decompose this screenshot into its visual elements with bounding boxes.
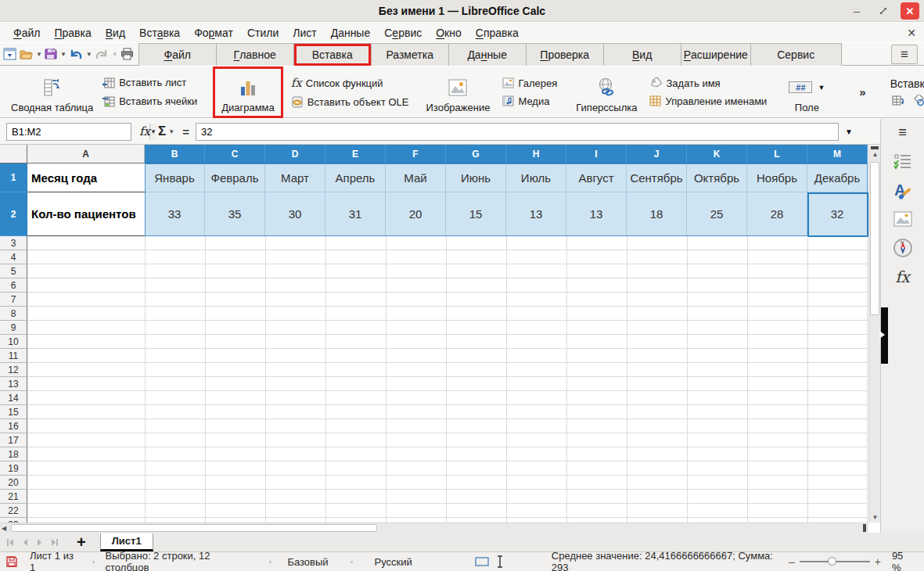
sheet-tab-sheet1[interactable]: Лист1	[100, 533, 153, 551]
formula-input[interactable]	[196, 123, 839, 141]
sidebar-navigator-icon[interactable]: N	[893, 238, 913, 258]
empty-row-11[interactable]	[27, 349, 868, 363]
vertical-scrollbar[interactable]: ▲ ▼	[868, 145, 880, 523]
cell-M1[interactable]: Декабрь	[807, 163, 868, 192]
row-header-13[interactable]: 13	[0, 377, 27, 391]
empty-row-5[interactable]	[27, 264, 868, 278]
column-header-J[interactable]: J	[627, 145, 687, 163]
menu-format[interactable]: Формат	[187, 24, 240, 41]
insert-shape-icon[interactable]	[912, 95, 924, 106]
chart-button[interactable]: Диаграмма	[217, 70, 279, 115]
cell-H2[interactable]: 13	[506, 192, 566, 236]
insert-table-icon[interactable]	[891, 95, 904, 106]
row-header-21[interactable]: 21	[0, 490, 27, 504]
row-header-9[interactable]: 9	[0, 321, 27, 335]
image-button[interactable]: Изображение	[422, 70, 495, 115]
cell-B2[interactable]: 33	[145, 192, 205, 236]
name-box-dropdown-arrow[interactable]: ▼	[149, 124, 156, 140]
sidebar-splitter-cursor[interactable]	[881, 307, 888, 364]
empty-row-15[interactable]	[27, 405, 868, 419]
field-dropdown-arrow[interactable]: ▼	[818, 84, 825, 92]
row-header-14[interactable]: 14	[0, 391, 27, 405]
menu-edit[interactable]: Правка	[47, 24, 98, 41]
cell-I2[interactable]: 13	[566, 192, 627, 236]
sidebar-properties-icon[interactable]	[893, 151, 912, 171]
row-header-11[interactable]: 11	[0, 349, 27, 363]
menu-insert[interactable]: Вставка	[132, 24, 187, 41]
tab-review[interactable]: Проверка	[526, 43, 604, 66]
cell-J2[interactable]: 18	[627, 192, 687, 236]
insert-ole-button[interactable]: Вставить объект OLE	[291, 96, 409, 108]
column-header-B[interactable]: B	[145, 145, 205, 163]
zoom-in-icon[interactable]: +	[875, 555, 881, 568]
zoom-out-icon[interactable]: –	[789, 555, 795, 568]
sidebar-settings-icon[interactable]: ≡	[898, 122, 907, 142]
menu-help[interactable]: Справка	[469, 24, 526, 41]
cell-B1[interactable]: Январь	[145, 163, 205, 192]
row-header-18[interactable]: 18	[0, 447, 27, 461]
row-header-22[interactable]: 22	[0, 504, 27, 518]
menu-sheet[interactable]: Лист	[286, 24, 323, 41]
cell-F2[interactable]: 20	[386, 192, 446, 236]
zoom-slider-thumb[interactable]	[828, 557, 836, 566]
empty-row-16[interactable]	[27, 419, 868, 433]
cell-C1[interactable]: Февраль	[205, 163, 265, 192]
empty-row-12[interactable]	[27, 363, 868, 377]
spreadsheet-grid[interactable]: ABCDEFGHIJKLM 12345678910111213141516171…	[0, 145, 868, 523]
empty-row-7[interactable]	[27, 293, 868, 307]
tab-extension[interactable]: Расширение	[681, 43, 751, 66]
empty-row-21[interactable]	[27, 490, 868, 504]
row-header-2[interactable]: 2	[0, 192, 27, 236]
empty-row-19[interactable]	[27, 461, 868, 476]
cell-I1[interactable]: Август	[566, 163, 627, 192]
empty-row-17[interactable]	[27, 433, 868, 447]
empty-row-6[interactable]	[27, 278, 868, 293]
cell-G2[interactable]: 15	[446, 192, 506, 236]
cell-C2[interactable]: 35	[205, 192, 265, 236]
vertical-split-handle[interactable]	[871, 146, 879, 149]
cells-area[interactable]: Месяц годаЯнварьФевральМартАпрельМайИюнь…	[27, 163, 868, 523]
cell-L1[interactable]: Ноябрь	[747, 163, 807, 192]
row-header-1[interactable]: 1	[0, 163, 27, 192]
tab-tools[interactable]: Сервис	[750, 43, 842, 66]
expand-formula-bar-icon[interactable]: ▼	[845, 127, 853, 136]
tab-insert[interactable]: Вставка	[293, 43, 372, 66]
media-button[interactable]: Медиа	[502, 95, 557, 107]
row-header-20[interactable]: 20	[0, 476, 27, 490]
column-header-D[interactable]: D	[265, 145, 325, 163]
close-button[interactable]: ✕	[901, 2, 919, 20]
empty-row-13[interactable]	[27, 377, 868, 391]
horizontal-split-handle[interactable]	[863, 524, 866, 532]
empty-row-3[interactable]	[27, 236, 868, 250]
menu-window[interactable]: Окно	[429, 24, 469, 41]
column-header-E[interactable]: E	[325, 145, 386, 163]
row-header-15[interactable]: 15	[0, 405, 27, 419]
cell-F1[interactable]: Май	[386, 163, 446, 192]
tab-file[interactable]: Файл	[138, 43, 217, 66]
row-header-17[interactable]: 17	[0, 433, 27, 447]
horizontal-scrollbar-thumb[interactable]	[11, 524, 377, 532]
empty-row-20[interactable]	[27, 476, 868, 490]
zoom-slider[interactable]: – +	[789, 555, 881, 568]
open-icon[interactable]	[20, 45, 33, 63]
print-icon[interactable]	[120, 45, 134, 63]
undo-dropdown-arrow[interactable]: ▼	[86, 51, 92, 58]
cell-E2[interactable]: 31	[325, 192, 386, 236]
sidebar-styles-icon[interactable]: A	[893, 180, 913, 200]
column-header-F[interactable]: F	[386, 145, 446, 163]
close-document-icon[interactable]: ✕	[907, 27, 916, 39]
equals-icon[interactable]: =	[182, 125, 189, 138]
menu-data[interactable]: Данные	[324, 24, 378, 41]
notebookbar-toggle-icon[interactable]	[3, 45, 17, 63]
row-header-8[interactable]: 8	[0, 307, 27, 321]
sum-dropdown-arrow[interactable]: ▼	[168, 128, 174, 135]
empty-row-14[interactable]	[27, 391, 868, 405]
add-sheet-button[interactable]: +	[77, 535, 86, 549]
tab-view[interactable]: Вид	[603, 43, 681, 66]
name-box[interactable]: ▼	[6, 123, 131, 141]
sheet-number-status[interactable]: Лист 1 из 1	[30, 550, 81, 571]
select-all-corner[interactable]	[0, 145, 27, 163]
tab-layout[interactable]: Разметка	[371, 43, 449, 66]
insert-mode-icon[interactable]	[497, 555, 503, 568]
row-header-4[interactable]: 4	[0, 250, 27, 264]
